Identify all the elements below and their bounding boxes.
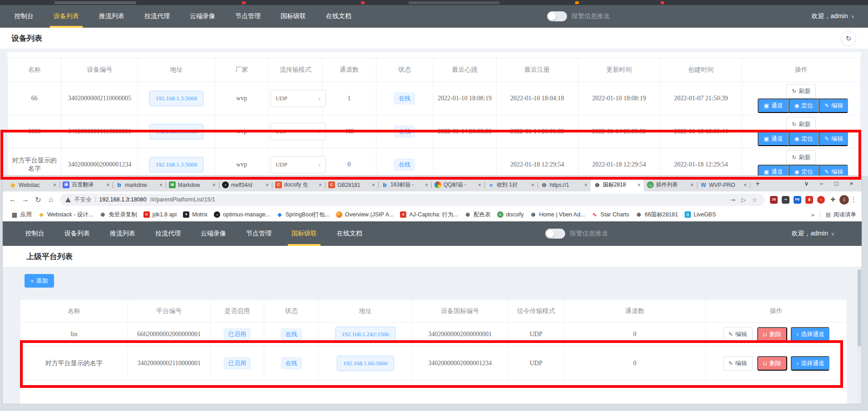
tab-close-icon[interactable]: ×: [266, 182, 269, 188]
bookmarks-overflow-icon[interactable]: »: [811, 211, 814, 218]
edit-button[interactable]: ✎编辑: [819, 98, 848, 113]
tab-close-icon[interactable]: ×: [584, 182, 587, 188]
browser-tab[interactable]: MMarkdow×: [166, 178, 219, 191]
block-hand-extension-icon[interactable]: ▮: [805, 196, 813, 204]
edit-button[interactable]: ✎编辑: [723, 356, 753, 371]
nav-tab-7[interactable]: 国标级联: [281, 221, 327, 246]
bookmark-item[interactable]: ▦应用: [8, 211, 35, 219]
js-extension-icon[interactable]: JS: [770, 196, 778, 204]
scrollbar-thumb[interactable]: [858, 269, 861, 347]
nav-tab-6[interactable]: 节点管理: [225, 5, 271, 28]
browser-tab[interactable]: «收到 1封×: [484, 178, 538, 191]
tab-close-icon[interactable]: ×: [212, 182, 216, 188]
nav-tab-1[interactable]: 控制台: [15, 221, 54, 246]
browser-tab[interactable]: ⊕https://1×: [538, 178, 591, 191]
browser-tab[interactable]: bmarkdow×: [113, 178, 166, 191]
tab-close-icon[interactable]: ×: [744, 182, 747, 188]
select-channel-button[interactable]: ‹选择通道: [791, 356, 829, 371]
nav-tab-2[interactable]: 设备列表: [54, 221, 100, 246]
tab-search-chevron[interactable]: ∨: [799, 180, 814, 187]
tab-close-icon[interactable]: ×: [159, 182, 163, 188]
stream-mode-select[interactable]: UDP∨: [271, 123, 326, 140]
incognito-extension-icon[interactable]: ∞: [782, 196, 789, 204]
locate-button[interactable]: ◉定位: [789, 98, 819, 113]
new-tab-button[interactable]: +: [752, 178, 764, 190]
address-badge[interactable]: 192.168.1.242:1506: [335, 327, 395, 342]
stream-mode-select[interactable]: UDP∨: [271, 156, 326, 173]
page-scrollbar[interactable]: [857, 267, 862, 404]
bookmark-item[interactable]: ∿Star Charts: [588, 211, 632, 218]
refresh-button[interactable]: ↻刷新: [786, 117, 816, 132]
address-badge[interactable]: 192.168.1.3:5060: [149, 157, 203, 172]
bookmark-item[interactable]: ⊕配色表: [461, 211, 494, 219]
tab-close-icon[interactable]: ×: [637, 182, 641, 188]
tab-close-icon[interactable]: ×: [425, 182, 428, 188]
bookmark-item[interactable]: QLiveGBS: [681, 211, 719, 218]
bookmark-star-icon[interactable]: ☆: [749, 196, 760, 203]
browser-menu-icon[interactable]: ⋮: [849, 196, 858, 204]
bookmark-item[interactable]: ▾Motrix: [180, 211, 211, 218]
tab-close-icon[interactable]: ×: [106, 182, 109, 188]
edit-button[interactable]: ✎编辑: [819, 132, 848, 146]
channel-button[interactable]: ▣通道: [758, 132, 788, 146]
add-platform-button[interactable]: + 添加: [25, 274, 54, 288]
maximize-button[interactable]: □: [829, 180, 844, 187]
bookmark-item[interactable]: ◆SpringBoot打包...: [273, 211, 333, 219]
user-menu[interactable]: 欢迎，admin ∨: [792, 221, 834, 246]
nav-tab-8[interactable]: 在线文档: [316, 5, 361, 28]
reload-icon[interactable]: ↻: [32, 196, 44, 204]
home-icon[interactable]: ⌂: [44, 196, 57, 204]
bookmark-item[interactable]: ⊕66国标28181: [632, 211, 681, 219]
browser-tab[interactable]: b163邮箱 -×: [378, 178, 431, 191]
reading-list-button[interactable]: ▤ 阅读清单: [826, 211, 856, 219]
nav-tab-4[interactable]: 拉流代理: [145, 221, 191, 246]
locate-button[interactable]: ◉定位: [789, 132, 819, 146]
tab-close-icon[interactable]: ×: [478, 182, 481, 188]
key-icon[interactable]: ⊸: [727, 196, 738, 203]
nav-tab-7[interactable]: 国标级联: [271, 5, 316, 28]
no-entry-extension-icon[interactable]: –: [817, 196, 825, 204]
tab-close-icon[interactable]: ×: [319, 182, 322, 188]
nav-tab-5[interactable]: 云端录像: [191, 221, 236, 246]
browser-tab[interactable]: CGB28181×: [325, 178, 378, 191]
delete-button[interactable]: ⊔删除: [757, 327, 787, 342]
bookmark-item[interactable]: Overview (JSIP A...: [333, 211, 397, 218]
user-menu[interactable]: 欢迎，admin ∨: [812, 5, 854, 28]
nav-tab-3[interactable]: 推流列表: [89, 5, 134, 28]
browser-tab[interactable]: QQ邮箱 -×: [431, 178, 484, 191]
bookmark-item[interactable]: ◈Webstack - 设计...: [35, 211, 96, 219]
nav-tab-6[interactable]: 节点管理: [236, 221, 281, 246]
tab-close-icon[interactable]: ×: [690, 182, 694, 188]
nav-tab-3[interactable]: 推流列表: [100, 221, 145, 246]
profile-avatar[interactable]: I: [839, 195, 849, 205]
refresh-button[interactable]: ↻刷新: [786, 84, 816, 98]
send-icon[interactable]: ▷: [738, 196, 749, 203]
tab-close-icon[interactable]: ×: [372, 182, 375, 188]
nav-tab-5[interactable]: 云端录像: [180, 5, 225, 28]
tab-close-icon[interactable]: ×: [531, 182, 534, 188]
fe-extension-icon[interactable]: FE: [794, 196, 801, 204]
bookmark-item[interactable]: ⊕免登录复制: [96, 211, 140, 219]
browser-tab[interactable]: Cdocsify 生×: [272, 178, 325, 191]
stream-mode-select[interactable]: UDP∨: [271, 90, 326, 107]
bookmark-item[interactable]: ●optimus-manage...: [211, 211, 273, 218]
bookmark-item[interactable]: ☺docsify: [494, 211, 527, 218]
alarm-toggle[interactable]: [545, 229, 565, 239]
nav-tab-2[interactable]: 设备列表: [44, 5, 89, 28]
browser-tab[interactable]: ●meff34/d×: [219, 178, 272, 191]
address-bar[interactable]: 不安全 192.168.1.3:18080 /#/parentPlatformL…: [60, 194, 764, 206]
address-badge[interactable]: 192.168.1.66:5060: [337, 356, 394, 371]
browser-tab[interactable]: ☺插件列表×: [644, 178, 697, 191]
bookmark-item[interactable]: 6AJ-Captcha: 行为...: [397, 211, 461, 219]
nav-tab-8[interactable]: 在线文档: [327, 221, 372, 246]
puzzle-extensions-icon[interactable]: ✚: [829, 196, 837, 204]
browser-tab[interactable]: ⊕国标2818×: [591, 178, 644, 191]
delete-button[interactable]: ⊔删除: [757, 356, 787, 371]
nav-tab-1[interactable]: 控制台: [5, 5, 44, 28]
bookmark-item[interactable]: ⊕Home | Vben Ad...: [527, 211, 588, 218]
channel-button[interactable]: ▣通道: [758, 98, 788, 113]
browser-tab[interactable]: ◈Webstac×: [6, 178, 59, 191]
nav-tab-4[interactable]: 拉流代理: [134, 5, 180, 28]
refresh-button[interactable]: ↻刷新: [786, 150, 816, 165]
refresh-page-button[interactable]: ↻: [841, 31, 856, 46]
